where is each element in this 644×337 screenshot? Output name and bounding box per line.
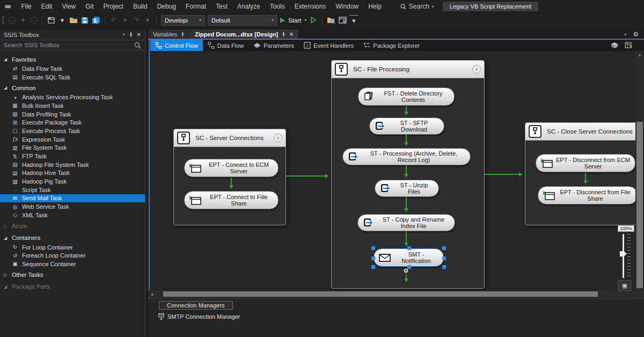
toolbox-section-package-parts[interactable]: ◢Package Parts — [0, 282, 145, 292]
tab-control-flow[interactable]: Control Flow — [150, 40, 203, 51]
zoom-fit-button[interactable]: ▣ — [618, 280, 631, 291]
toolbox-item-sequence-container[interactable]: ▣Sequence Container — [0, 260, 145, 268]
sequence-container-close-server-connections[interactable]: SC - Close Server Connections ∧ — [525, 122, 635, 225]
selection-handle[interactable] — [442, 257, 446, 260]
toolbox-section-favorites[interactable]: ◢Favorites — [0, 54, 145, 64]
pin-icon[interactable] — [281, 32, 286, 37]
precedence-arrow[interactable] — [406, 135, 407, 144]
toolbox-item-send-mail-task[interactable]: ✉Send Mail Task — [0, 194, 145, 203]
tab-parameters[interactable]: Parameters — [248, 40, 299, 51]
menu-test[interactable]: Test — [211, 0, 232, 13]
task-st-copy-and-rename-index-file[interactable]: ST - Copy and Rename Index File — [357, 214, 455, 231]
task-ept-connect-to-ecm-server[interactable]: EPT - Connect to ECM Server — [184, 159, 279, 177]
precedence-arrow-containers-2-3[interactable] — [485, 174, 521, 175]
window-layout-button[interactable] — [338, 15, 347, 26]
selection-handle[interactable] — [371, 246, 375, 250]
connector-origin-dot[interactable] — [404, 268, 408, 273]
precedence-arrow-containers-1-2[interactable] — [286, 175, 327, 177]
selection-handle[interactable] — [407, 265, 411, 269]
toolbox-item-bulk-insert-task[interactable]: ▦Bulk Insert Task — [0, 101, 145, 110]
toolbox-item-execute-sql-task[interactable]: ▤Execute SQL Task — [0, 73, 145, 82]
sequence-container-server-connections[interactable]: SC - Server Connections ∧ — [173, 129, 286, 225]
settings-gear-icon[interactable]: ⚙ — [633, 31, 639, 38]
close-icon[interactable]: ✕ — [289, 32, 294, 37]
connection-managers-tab[interactable]: Connection Managers — [159, 301, 233, 310]
toolbox-item-execute-process-task[interactable]: ▢Execute Process Task — [0, 127, 145, 135]
precedence-arrow[interactable] — [231, 178, 232, 187]
container-header[interactable]: SC - Server Connections ∧ — [174, 129, 286, 147]
menu-view[interactable]: View — [57, 0, 80, 13]
menu-file[interactable]: File — [16, 0, 36, 13]
pin-icon[interactable] — [180, 32, 185, 37]
browse-packages-button[interactable] — [327, 15, 335, 26]
toolbox-item-analysis-services-processing-task[interactable]: ◑Analysis Services Processing Task — [0, 93, 145, 101]
menu-format[interactable]: Format — [181, 0, 211, 13]
toolbox-section-common[interactable]: ◢Common — [0, 83, 145, 93]
menu-analyze[interactable]: Analyze — [232, 0, 265, 13]
toolbox-window-position-icon[interactable]: ▾ — [123, 32, 125, 37]
collapse-chevron-icon[interactable]: ∧ — [274, 134, 282, 142]
toolbox-item-execute-package-task[interactable]: ⊞Execute Package Task — [0, 118, 145, 127]
new-project-caret-icon[interactable]: ▾ — [58, 15, 67, 26]
precedence-arrow[interactable] — [406, 197, 407, 210]
solution-configurations-dropdown[interactable]: Developı ▾ — [161, 15, 205, 26]
vertical-scrollbar[interactable]: ▴ ▾ — [635, 51, 644, 298]
vertical-scroll-thumb[interactable] — [636, 122, 643, 288]
selection-handle[interactable] — [442, 246, 446, 250]
start-debugging-button[interactable]: Start ▾ — [280, 15, 306, 26]
precedence-arrow[interactable] — [585, 173, 586, 182]
toolbox-item-foreach-loop-container[interactable]: ↺Foreach Loop Container — [0, 251, 145, 260]
toolbox-item-for-loop-container[interactable]: ↻For Loop Container — [0, 243, 145, 252]
precedence-arrow[interactable] — [406, 231, 407, 245]
menu-tools[interactable]: Tools — [265, 0, 290, 13]
navigate-forward-button[interactable]: → — [30, 17, 38, 24]
task-st-unzip-files[interactable]: ST - Unzip Files — [375, 180, 439, 197]
toolbox-item-script-task[interactable]: →Script Task — [0, 186, 145, 194]
tab-package-explorer[interactable]: Package Explorer — [358, 40, 425, 51]
toolbox-search-box[interactable]: Search SSIS Toolbox — [0, 40, 145, 50]
task-ept-disconnect-from-ecm-server[interactable]: EPT - Disconnect from ECM Server — [536, 154, 635, 172]
container-header[interactable]: SC - Close Server Connections ∧ — [525, 123, 635, 141]
selection-handle[interactable] — [442, 265, 446, 269]
menu-extensions[interactable]: Extensions — [290, 0, 331, 13]
scroll-left-arrow-icon[interactable]: ◂ — [148, 291, 156, 297]
toolbox-section-containers[interactable]: ◢Containers — [0, 233, 145, 243]
task-smt-notification[interactable]: SMT - Notification — [374, 248, 444, 267]
menu-git[interactable]: Git — [80, 0, 98, 13]
close-icon[interactable]: ✕ — [137, 32, 141, 38]
menu-edit[interactable]: Edit — [36, 0, 57, 13]
task-st-sftp-download[interactable]: ST - SFTP Download — [369, 118, 444, 135]
toolbox-item-ftp-task[interactable]: ⇅FTP Task — [0, 152, 145, 160]
undo-button[interactable]: ↶ — [109, 15, 118, 26]
tab-event-handlers[interactable]: f Event Handlers — [299, 40, 358, 51]
toolbox-item-hadoop-file-system-task[interactable]: ▤Hadoop File System Task — [0, 160, 145, 169]
container-header[interactable]: SC - File Processing ∧ — [332, 61, 484, 78]
menu-project[interactable]: Project — [99, 0, 128, 13]
selection-handle[interactable] — [407, 246, 411, 250]
tab-data-flow[interactable]: Data Flow — [203, 40, 249, 51]
horizontal-scrollbar[interactable]: ◂ — [148, 290, 635, 298]
selection-handle[interactable] — [371, 257, 375, 260]
precedence-arrow[interactable] — [406, 165, 407, 176]
menu-window[interactable]: Window — [331, 0, 363, 13]
save-button[interactable] — [80, 15, 89, 26]
toolbox-item-web-service-task[interactable]: ◎Web Service Task — [0, 202, 145, 211]
navigate-back-caret-icon[interactable]: ▾ — [19, 15, 27, 26]
variables-grid-icon[interactable] — [625, 42, 632, 49]
solution-name-badge[interactable]: Legacy VB Script Replacement — [443, 2, 538, 11]
control-flow-design-surface[interactable]: SC - Server Connections ∧ EPT - Connect … — [150, 51, 635, 290]
search-control[interactable]: Search ▾ — [400, 3, 434, 10]
toolbox-item-data-flow-task[interactable]: ⇄Data Flow Task — [0, 64, 145, 73]
tab-list-dropdown-icon[interactable]: ▾ — [624, 32, 626, 37]
pin-icon[interactable] — [128, 32, 134, 38]
start-without-debugging-button[interactable] — [309, 15, 318, 26]
tab-package-designer[interactable]: Zipped Docum...dtsx [Design] ✕ — [190, 30, 298, 39]
task-ept-connect-to-file-share[interactable]: EPT - Connect to Fiile Share — [184, 191, 279, 209]
precedence-arrow[interactable] — [406, 106, 407, 114]
toolbox-item-file-system-task[interactable]: ▥File System Task — [0, 144, 145, 152]
toolbox-item-data-profiling-task[interactable]: ▧Data Profiling Task — [0, 110, 145, 119]
redo-button[interactable]: ↷ — [132, 15, 141, 26]
connection-manager-smtp[interactable]: SMTP Connection Manager — [158, 313, 240, 320]
tab-variables[interactable]: Variables — [148, 30, 190, 39]
dangling-precedence-arrow[interactable] — [406, 274, 407, 281]
